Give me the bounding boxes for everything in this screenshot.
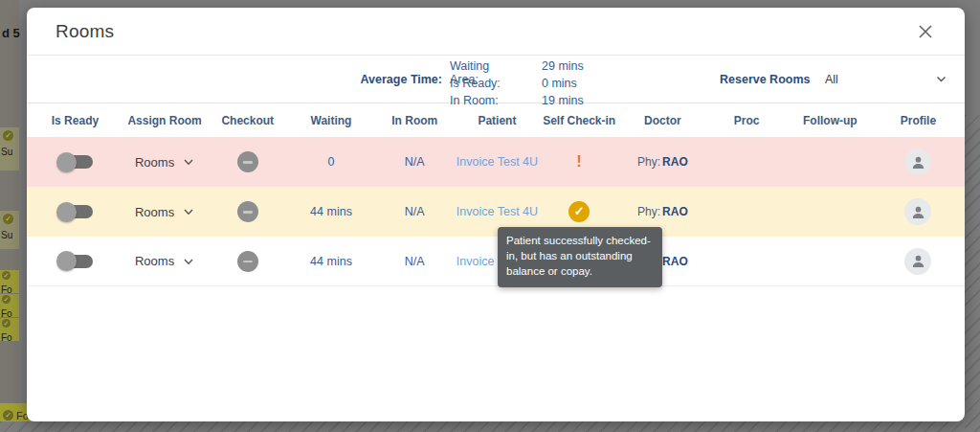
col-header-follow-up: Follow-up	[789, 114, 872, 127]
waiting-time: 0	[289, 155, 372, 169]
col-header-is-ready: Is Ready	[27, 114, 123, 127]
close-button[interactable]	[915, 21, 936, 42]
is-ready-toggle[interactable]	[57, 255, 93, 268]
profile-button[interactable]	[904, 248, 931, 275]
col-header-patient: Patient	[457, 114, 538, 127]
is-ready-toggle[interactable]	[57, 155, 93, 169]
doctor-cell: Phy:RAO	[620, 205, 704, 218]
waiting-time: 44 mins	[289, 205, 372, 218]
person-icon	[910, 204, 926, 220]
person-icon	[910, 154, 926, 171]
assign-room-dropdown[interactable]: Rooms	[135, 155, 194, 170]
chevron-down-icon	[183, 206, 194, 217]
appointment-badge: ✓ Fo	[0, 318, 19, 341]
badge-check-icon: ✓	[3, 410, 13, 421]
rooms-dialog: Rooms Average Time: Waiting Area: 29 min…	[27, 8, 965, 421]
stats-bar: Average Time: Waiting Area: 29 mins Is R…	[27, 56, 965, 103]
profile-button[interactable]	[904, 198, 931, 225]
chevron-down-icon	[183, 156, 194, 168]
assign-room-dropdown[interactable]: Rooms	[135, 205, 194, 219]
person-icon	[910, 253, 926, 269]
col-header-waiting: Waiting	[289, 114, 372, 127]
stat-is-ready: Is Ready: 0 mins	[450, 77, 584, 90]
overlay-right-hatch	[965, 115, 980, 432]
in-room-time: N/A	[373, 255, 457, 268]
is-ready-toggle[interactable]	[57, 205, 93, 218]
reserve-rooms-filter-select[interactable]: All	[825, 56, 838, 103]
calendar-day-label: d 5	[2, 26, 20, 40]
table-row: Rooms 0 N/A Invoice Test 4U ! Phy:RAO	[27, 137, 965, 187]
patient-link[interactable]: Invoice Test 4U	[457, 155, 538, 169]
appointment-badge: ✓ Su	[0, 211, 19, 249]
reserve-rooms-button[interactable]: Reserve Rooms	[720, 56, 811, 103]
checkout-button[interactable]	[237, 151, 258, 172]
appointment-badge: ✓ Fo	[0, 294, 19, 317]
table-row: Rooms 44 mins N/A Invoice Test 4U ✓ Phy:…	[27, 237, 965, 286]
col-header-self-check-in: Self Check-in	[538, 114, 620, 127]
appointment-badge: ✓ Su	[0, 127, 19, 171]
check-in-alert-icon[interactable]: !	[576, 152, 582, 171]
overlay-bottom-strip	[0, 421, 980, 432]
col-header-checkout: Checkout	[206, 114, 289, 127]
badge-check-icon: ✓	[3, 214, 13, 224]
stat-waiting-area: Waiting Area: 29 mins	[450, 59, 584, 73]
close-icon	[918, 24, 933, 39]
badge-check-icon: ✓	[2, 319, 11, 328]
dialog-title: Rooms	[56, 21, 114, 42]
col-header-assign-room: Assign Room	[123, 114, 206, 127]
profile-button[interactable]	[904, 148, 931, 175]
checkout-button[interactable]	[237, 251, 258, 272]
checkout-button[interactable]	[237, 201, 258, 222]
patient-link[interactable]: Invoice Test 4U	[457, 205, 538, 218]
table-header-row: Is Ready Assign Room Checkout Waiting In…	[27, 103, 965, 137]
average-time-stats: Waiting Area: 29 mins Is Ready: 0 mins I…	[450, 59, 584, 107]
doctor-cell: Phy:RAO	[620, 155, 704, 169]
col-header-proc: Proc	[705, 114, 789, 127]
badge-check-icon: ✓	[3, 130, 13, 141]
check-in-success-icon[interactable]: ✓	[568, 201, 590, 222]
col-header-profile: Profile	[872, 114, 965, 127]
dialog-header: Rooms	[27, 8, 965, 56]
table-row: Rooms 44 mins N/A Invoice Test 4U ✓ Phy:…	[27, 187, 965, 237]
in-room-time: N/A	[373, 155, 457, 169]
col-header-doctor: Doctor	[620, 114, 704, 127]
col-header-in-room: In Room	[373, 114, 457, 127]
chevron-down-icon[interactable]	[935, 73, 947, 85]
appointment-badge: ✓ Fo	[0, 270, 19, 293]
chevron-down-icon	[183, 256, 194, 267]
stat-in-room: In Room: 19 mins	[450, 94, 584, 107]
assign-room-dropdown[interactable]: Rooms	[135, 254, 194, 268]
waiting-time: 44 mins	[289, 255, 372, 268]
badge-check-icon: ✓	[2, 295, 11, 304]
check-in-tooltip: Patient successfully checked-in, but has…	[498, 227, 662, 287]
badge-check-icon: ✓	[2, 271, 11, 280]
in-room-time: N/A	[373, 205, 457, 218]
average-time-label: Average Time:	[314, 56, 442, 103]
